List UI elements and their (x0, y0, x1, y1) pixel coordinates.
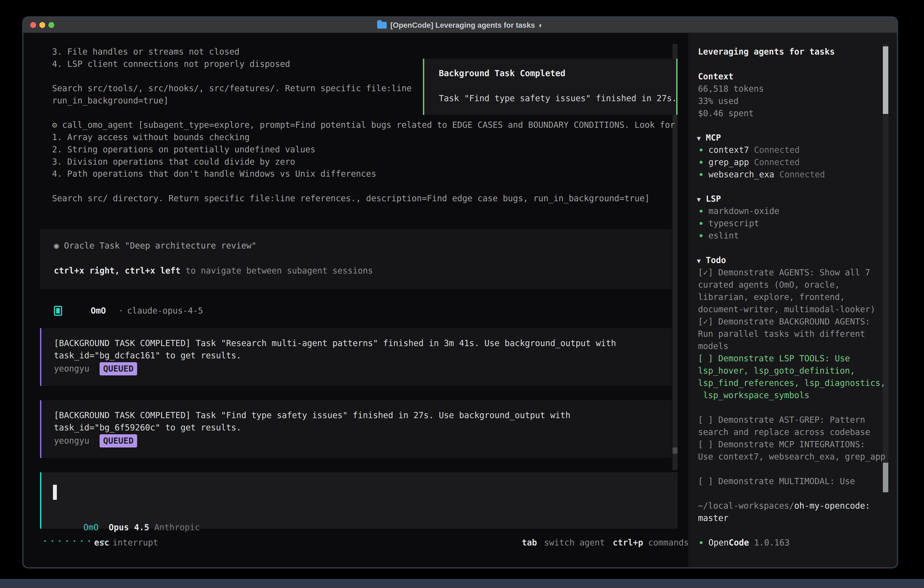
task-message-meta: yeongyu QUEUED (54, 434, 137, 448)
tab-key-label: switch agent (544, 537, 605, 549)
shortcut-hint: to navigate between subagent sessions (180, 266, 373, 276)
terminal-line: 3. File handles or streams not closed (52, 46, 239, 58)
gear-icon: ⚙ (52, 120, 57, 130)
task-message-box: [BACKGROUND TASK COMPLETED] Task "Find t… (40, 400, 672, 458)
todo-item-line-active: lsp_workspace_symbols (698, 389, 809, 401)
context-used: 33% used (698, 95, 739, 107)
prompt-input[interactable]: OmO Opus 4.5 Anthropic (40, 472, 678, 529)
mcp-item-name: context7 (708, 145, 749, 155)
esc-key-hint: esc (94, 537, 109, 549)
cmd-key-hint: ctrl+p (613, 537, 643, 549)
todo-item-line: Use context7, websearch_exa, grep_app (698, 451, 885, 463)
todo-item-line: curated agents (OmO, oracle, (698, 279, 840, 291)
bullet-icon (700, 541, 703, 544)
mcp-item: websearch_exa Connected (708, 168, 825, 181)
task-message-line1: [BACKGROUND TASK COMPLETED] Task "Find t… (54, 409, 571, 421)
agent-name: OmO (91, 305, 106, 317)
todo-item-line: document-writer, multimodal-looker) (698, 303, 875, 315)
mcp-item: grep_app Connected (708, 156, 800, 168)
folder-icon (377, 22, 387, 29)
task-message-meta: yeongyu QUEUED (54, 362, 137, 375)
todo-item-line-active: lsp_hover, lsp_goto_definition, (698, 365, 855, 377)
oracle-task-hint: ctrl+x right, ctrl+x left to navigate be… (54, 265, 373, 277)
bullet-icon (700, 161, 703, 164)
cmd-key-label: commands (648, 537, 689, 549)
lsp-item: typescript (708, 217, 759, 230)
todo-item-line: models (698, 340, 728, 352)
todo-item-line: [ ] Demonstrate MCP INTEGRATIONS: (698, 438, 865, 451)
bullet-icon (700, 222, 703, 225)
window-title: [OpenCode] Leveraging agents for tasks ◐ (23, 18, 897, 33)
todo-heading-text: Todo (706, 255, 726, 265)
titlebar: [OpenCode] Leveraging agents for tasks ◐ (23, 18, 897, 33)
terminal-line: 2. String operations on potentially unde… (52, 144, 315, 156)
notification-title: Background Task Completed (439, 67, 566, 79)
tab-key-hint: tab (522, 537, 537, 549)
todo-item-line: Run parallel tasks with different (698, 328, 865, 340)
separator-dot: · (119, 305, 124, 317)
queued-badge: QUEUED (100, 362, 137, 375)
todo-item-line: search and replace across codebase (698, 426, 870, 438)
input-model-label[interactable]: Opus 4.5 (109, 522, 149, 532)
chevron-down-icon: ▼ (697, 196, 701, 203)
terminal-line: Search src/tools/, src/hooks/, src/featu… (52, 82, 412, 94)
todo-item-line: librarian, explore, frontend, (698, 291, 845, 303)
tool-call-line: ⚙ call_omo_agent [subagent_type=explore,… (52, 119, 675, 131)
app-name-light: Open (708, 538, 729, 548)
session-moon-icon: ◐ (539, 21, 543, 30)
mcp-item-status: Connected (779, 170, 825, 179)
bullet-icon (700, 173, 703, 176)
terminal-window: [OpenCode] Leveraging agents for tasks ◐… (22, 17, 898, 568)
input-agent-label[interactable]: OmO (83, 522, 99, 532)
workspace-path-prefix: ~/local-workspaces/ (698, 501, 794, 511)
todo-item-line-active: lsp_find_references, lsp_diagnostics, (698, 377, 885, 389)
session-title: Leveraging agents for tasks (698, 46, 835, 58)
mcp-item-status: Connected (754, 145, 800, 155)
app-version: 1.0.163 (749, 538, 789, 548)
task-message-line1: [BACKGROUND TASK COMPLETED] Task "Resear… (54, 337, 616, 350)
esc-key-label: interrupt (112, 537, 158, 549)
notification-body: Task "Find type safety issues" finished … (439, 92, 677, 105)
terminal-line: 1. Array access without bounds checking (52, 131, 250, 144)
version-row: OpenCode 1.0.163 (708, 537, 789, 549)
todo-item-line-active: [ ] Demonstrate LSP TOOLS: Use (698, 352, 850, 365)
lsp-heading-text: LSP (706, 194, 721, 204)
mcp-item: context7 Connected (708, 144, 800, 156)
queued-badge: QUEUED (100, 434, 137, 448)
task-message-line2: task_id="bg_6f59260c" to get results. (54, 421, 241, 434)
lsp-section-heading[interactable]: ▼ LSP (697, 193, 721, 206)
agent-icon (54, 306, 62, 316)
app-name-bold: Code (729, 538, 749, 548)
terminal-line: Search src/ directory. Return specific f… (52, 192, 650, 205)
dock-strip (0, 579, 924, 588)
todo-item-line: [✓] Demonstrate BACKGROUND AGENTS: (698, 315, 870, 328)
username: yeongyu (54, 364, 89, 373)
shortcut-keys: ctrl+x right, ctrl+x left (54, 266, 180, 276)
lsp-item: markdown-oxide (708, 205, 779, 217)
mcp-heading-text: MCP (706, 133, 721, 142)
todo-section-heading[interactable]: ▼ Todo (697, 254, 726, 267)
window-title-text: [OpenCode] Leveraging agents for tasks (390, 21, 535, 30)
input-provider-label: Anthropic (154, 522, 200, 532)
context-heading: Context (698, 71, 733, 83)
terminal-line: 4. Path operations that don't handle Win… (52, 168, 376, 180)
todo-scrollbar-thumb[interactable] (883, 463, 888, 492)
terminal-line: run_in_background=true] (52, 94, 168, 107)
bullet-icon (700, 234, 703, 237)
workspace-path: ~/local-workspaces/oh-my-opencode: (698, 500, 870, 512)
oracle-task-box: ◉ Oracle Task "Deep architecture review"… (40, 229, 672, 289)
username: yeongyu (54, 436, 89, 446)
background-task-notification[interactable]: Background Task Completed Task "Find typ… (423, 59, 678, 115)
todo-item-line: [✓] Demonstrate AGENTS: Show all 7 (698, 266, 870, 279)
todo-item-line: [ ] Demonstrate MULTIMODAL: Use (698, 475, 855, 487)
mcp-section-heading[interactable]: ▼ MCP (697, 132, 721, 145)
mcp-item-name: websearch_exa (708, 170, 774, 179)
terminal-line: 4. LSP client connections not properly d… (52, 58, 290, 70)
status-bar: ········· esc interrupt tab switch agent… (23, 537, 683, 549)
context-spent: $0.46 spent (698, 107, 754, 120)
sidebar-scrollbar-thumb[interactable] (883, 46, 888, 114)
agent-model: claude-opus-4-5 (127, 305, 203, 317)
chevron-down-icon: ▼ (697, 257, 701, 265)
lsp-item: eslint (708, 230, 739, 242)
terminal-scrollbar-thumb[interactable] (673, 448, 678, 454)
